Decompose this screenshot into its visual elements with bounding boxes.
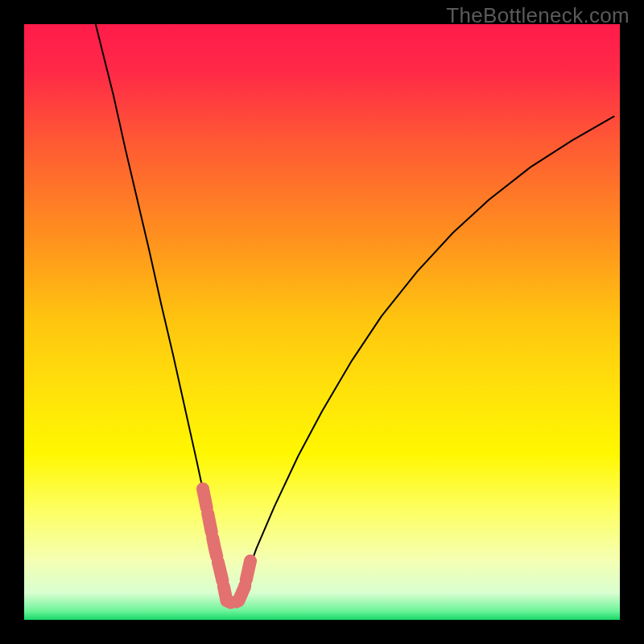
chart-background xyxy=(24,24,620,620)
watermark-label: TheBottleneck.com xyxy=(446,3,630,28)
chart-frame: TheBottleneck.com xyxy=(0,0,644,644)
chart-svg xyxy=(24,24,620,620)
chart-plot-area xyxy=(24,24,620,620)
